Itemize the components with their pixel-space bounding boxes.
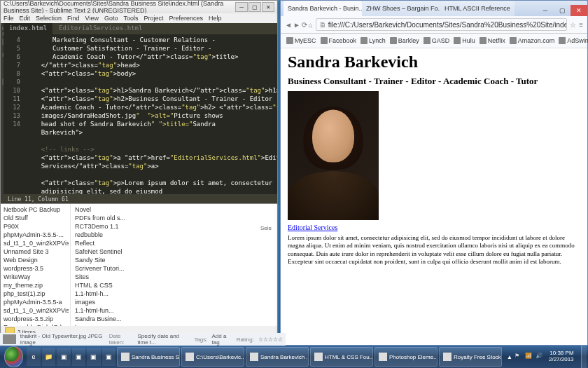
bookmark-favicon	[286, 37, 293, 44]
file-item[interactable]: Reflect	[72, 239, 276, 247]
file-item[interactable]: SafeNet Sentinel	[72, 247, 276, 256]
nav-item[interactable]: WriteWay	[2, 273, 69, 281]
file-item[interactable]: Sandy Site	[72, 256, 276, 264]
menu-view[interactable]: View	[85, 15, 99, 22]
tray-volume-icon[interactable]: 🔊	[536, 353, 544, 361]
bookmark-star-icon[interactable]: ☆	[570, 21, 576, 29]
taskbar-task[interactable]: HTML & CSS Fou...	[310, 347, 373, 367]
tray-network-icon[interactable]: 📶	[525, 353, 533, 361]
date-taken-label: Date taken:	[109, 333, 134, 346]
pin-app-icon[interactable]: ▣	[72, 348, 85, 366]
pin-app-icon[interactable]: ▣	[102, 348, 115, 366]
nav-item[interactable]: Unnamed Site 3	[2, 247, 69, 256]
system-tray[interactable]: ▲ ⚑ 📶 🔊 10:38 PM 2/27/2013	[503, 350, 581, 363]
nav-item[interactable]: wordpress-3.5	[2, 264, 69, 273]
clock[interactable]: 10:38 PM 2/27/2013	[546, 350, 577, 363]
taskbar-task[interactable]: Sandra Business Site	[117, 347, 180, 367]
close-icon[interactable]: ✕	[262, 2, 274, 12]
nav-item[interactable]: Old Stuff	[2, 214, 69, 222]
nav-item[interactable]: wordpress-3.5.zip	[2, 315, 69, 323]
tray-arrow-icon[interactable]: ▲	[507, 354, 512, 360]
menu-help[interactable]: Help	[209, 15, 222, 22]
bookmark-item[interactable]: AdSwim	[559, 37, 588, 44]
editor-tab[interactable]: EditorialServices.html	[53, 23, 148, 34]
nav-item[interactable]: Web Design	[2, 256, 69, 264]
file-item[interactable]: PDFs from old s...	[72, 214, 276, 222]
editor-tab[interactable]: index.html	[4, 23, 52, 34]
pin-ie-icon[interactable]: e	[27, 348, 40, 366]
maximize-icon[interactable]: ▢	[248, 2, 261, 12]
file-item[interactable]: RCT3Demo 1.1	[72, 222, 276, 231]
file-item[interactable]: Novel	[72, 205, 276, 214]
pin-app-icon[interactable]: ▣	[57, 348, 70, 366]
close-icon[interactable]: ✕	[570, 5, 587, 16]
taskbar-task[interactable]: Royalty Free Stock...	[439, 347, 502, 367]
home-icon[interactable]: ⌂	[309, 21, 313, 29]
file-item[interactable]: Sites	[72, 273, 276, 281]
menu-find[interactable]: Find	[67, 15, 80, 22]
minimize-icon[interactable]: ─	[537, 5, 554, 16]
file-item[interactable]: images	[72, 298, 276, 306]
address-bar[interactable]: 🗎 file:///C:/Users/Barkevich/Documents/S…	[316, 18, 567, 31]
bookmark-favicon	[454, 37, 461, 44]
nav-item[interactable]: sd_t1_1_0_win2kXPVis	[2, 306, 69, 315]
menu-preferences[interactable]: Preferences	[169, 15, 203, 22]
file-item[interactable]: Scrivener Tutori...	[72, 264, 276, 273]
menu-project[interactable]: Project	[144, 15, 163, 22]
back-icon[interactable]: ◄	[285, 21, 292, 29]
bookmark-item[interactable]: Facebook	[321, 37, 357, 44]
forward-icon[interactable]: ►	[293, 21, 300, 29]
maximize-icon[interactable]: ▢	[554, 5, 570, 16]
browser-tab[interactable]: Sandra Barkevich - Busin...	[284, 1, 362, 16]
tags-value[interactable]: Add a tag	[212, 333, 232, 346]
code-area[interactable]: 4567891011121314 Marketing Consultant - …	[4, 34, 277, 194]
pin-explorer-icon[interactable]: 📁	[42, 348, 55, 366]
bookmark-item[interactable]: Hulu	[454, 37, 475, 44]
bookmark-item[interactable]: MyESC	[286, 37, 316, 44]
file-item[interactable]: redbubble	[72, 231, 276, 239]
nav-item[interactable]: P90X	[2, 222, 69, 231]
bookmark-item[interactable]: Lynch	[360, 37, 386, 44]
menu-edit[interactable]: Edit	[20, 15, 31, 22]
nav-item[interactable]: phpMyAdmin-3.5.5-a	[2, 298, 69, 306]
code-content[interactable]: Marketing Consultant - Customer Relation…	[23, 34, 277, 194]
taskbar-task[interactable]: C:\Users\Barkevic...	[181, 347, 244, 367]
browser-tab[interactable]: HTML ASCII Reference	[440, 1, 514, 16]
start-button[interactable]	[4, 346, 23, 367]
task-buttons: Sandra Business SiteC:\Users\Barkevic...…	[116, 347, 503, 367]
browser-tab[interactable]: ZHW Shoes – Bargain Fo...	[362, 1, 440, 16]
bookmark-favicon	[360, 37, 368, 44]
taskbar-task[interactable]: Photoshop Eleme...	[374, 347, 438, 367]
menu-tools[interactable]: Tools	[123, 15, 138, 22]
editorial-services-link[interactable]: Editorial Services	[288, 224, 337, 231]
menu-selection[interactable]: Selection	[36, 15, 62, 22]
date-taken-value[interactable]: Specify date and time t...	[137, 333, 190, 346]
file-item[interactable]: 1.1-html-h...	[72, 289, 276, 298]
nav-item[interactable]: Netbook PC Backup	[2, 205, 69, 214]
menu-goto[interactable]: Goto	[104, 15, 118, 22]
file-item[interactable]: 1.1-html-fun...	[72, 306, 276, 315]
nav-item[interactable]: my_theme.zip	[2, 281, 69, 289]
file-item[interactable]: Sandra Busine...	[72, 315, 276, 323]
reload-icon[interactable]: ⟳	[302, 21, 307, 29]
nav-item[interactable]: php_test(1).zip	[2, 289, 69, 298]
explorer-file-list[interactable]: Sele NovelPDFs from old s...RCT3Demo 1.1…	[71, 204, 277, 337]
nav-item[interactable]: sd_t1_1_0_win2kXPVis	[2, 239, 69, 247]
taskbar-task[interactable]: Sandra Barkevich ...	[246, 347, 309, 367]
tray-icon[interactable]: ⚑	[514, 353, 523, 361]
nav-item[interactable]: phpMyAdmin-3.5.5-...	[2, 231, 69, 239]
explorer-nav-pane[interactable]: Netbook PC BackupOld StuffP90XphpMyAdmin…	[1, 204, 71, 337]
show-desktop-button[interactable]	[581, 346, 587, 368]
sublime-titlebar[interactable]: C:\Users\Barkevich\Documents\Sites\Sandr…	[1, 1, 277, 13]
minimize-icon[interactable]: ─	[235, 2, 248, 12]
menu-file[interactable]: File	[4, 15, 14, 22]
bookmark-item[interactable]: GASD	[424, 37, 450, 44]
file-item[interactable]: HTML & CSS	[72, 281, 276, 289]
bookmark-item[interactable]: Amazon.com	[510, 37, 555, 44]
bookmark-item[interactable]: Barkley	[390, 37, 419, 44]
rating-stars[interactable]: ☆☆☆☆☆	[258, 336, 283, 343]
bookmark-item[interactable]: Netflix	[479, 37, 505, 44]
menu-icon[interactable]: ≡	[579, 21, 583, 29]
explorer-window: Netbook PC BackupOld StuffP90XphpMyAdmin…	[0, 203, 278, 338]
pin-app-icon[interactable]: ▣	[87, 348, 100, 366]
